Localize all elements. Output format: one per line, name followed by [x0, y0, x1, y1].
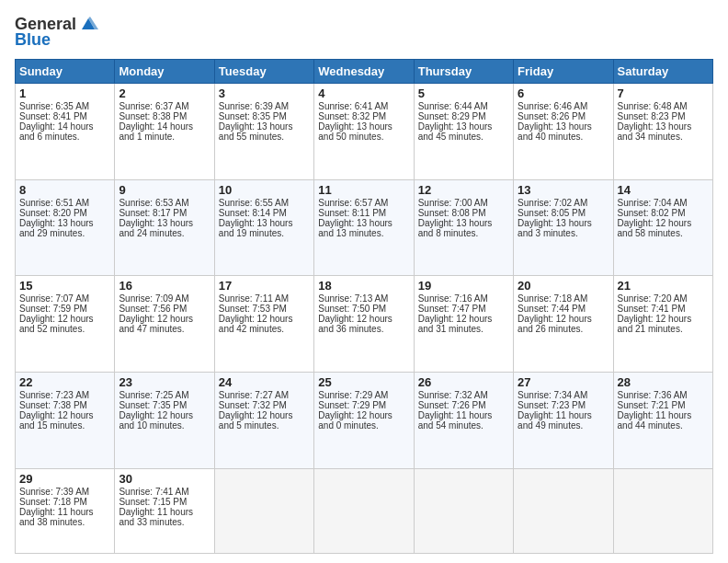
col-header-wednesday: Wednesday [314, 60, 414, 84]
day-number: 7 [618, 86, 709, 100]
week-row-2: 8Sunrise: 6:51 AMSunset: 8:20 PMDaylight… [16, 179, 713, 276]
day-number: 17 [219, 279, 310, 293]
day-number: 20 [518, 279, 609, 293]
daylight: Daylight: 11 hours and 38 minutes. [19, 507, 94, 527]
daylight: Daylight: 12 hours and 31 minutes. [418, 314, 493, 334]
sunset: Sunset: 7:53 PM [219, 304, 287, 314]
calendar-cell: 3Sunrise: 6:39 AMSunset: 8:35 PMDaylight… [214, 84, 313, 180]
day-number: 30 [119, 472, 210, 486]
day-number: 26 [418, 375, 509, 389]
sunset: Sunset: 8:11 PM [318, 208, 386, 218]
sunrise: Sunrise: 7:34 AM [518, 390, 587, 400]
day-number: 27 [518, 375, 609, 389]
calendar-table: SundayMondayTuesdayWednesdayThursdayFrid… [15, 59, 713, 554]
calendar-cell [613, 468, 712, 553]
logo: General Blue [15, 15, 98, 50]
daylight: Daylight: 13 hours and 40 minutes. [518, 121, 592, 142]
day-number: 23 [119, 375, 210, 389]
sunrise: Sunrise: 7:20 AM [618, 293, 688, 304]
calendar-cell: 8Sunrise: 6:51 AMSunset: 8:20 PMDaylight… [16, 179, 115, 276]
sunset: Sunset: 7:18 PM [19, 497, 87, 507]
day-number: 9 [119, 183, 210, 197]
sunset: Sunset: 8:29 PM [418, 111, 486, 121]
sunrise: Sunrise: 6:53 AM [119, 198, 188, 208]
sunrise: Sunrise: 7:02 AM [518, 198, 587, 208]
calendar-cell: 25Sunrise: 7:29 AMSunset: 7:29 PMDayligh… [314, 373, 414, 469]
calendar-cell: 7Sunrise: 6:48 AMSunset: 8:23 PMDaylight… [613, 84, 712, 180]
calendar-cell [414, 468, 513, 553]
daylight: Daylight: 12 hours and 15 minutes. [19, 410, 94, 431]
sunrise: Sunrise: 6:37 AM [119, 101, 188, 111]
sunset: Sunset: 8:08 PM [418, 208, 486, 218]
day-number: 24 [219, 375, 310, 389]
day-number: 29 [19, 472, 110, 486]
sunset: Sunset: 7:50 PM [318, 304, 386, 314]
sunrise: Sunrise: 7:11 AM [219, 293, 289, 304]
sunrise: Sunrise: 6:57 AM [318, 198, 388, 208]
sunrise: Sunrise: 7:23 AM [19, 390, 89, 400]
day-number: 18 [318, 279, 409, 293]
col-header-tuesday: Tuesday [214, 60, 313, 84]
sunrise: Sunrise: 6:51 AM [19, 198, 89, 208]
col-header-friday: Friday [514, 60, 613, 84]
sunrise: Sunrise: 6:39 AM [219, 101, 289, 111]
sunrise: Sunrise: 7:13 AM [318, 293, 388, 304]
sunset: Sunset: 8:32 PM [318, 111, 386, 121]
sunset: Sunset: 7:47 PM [418, 304, 486, 314]
day-number: 25 [318, 375, 409, 389]
sunset: Sunset: 8:02 PM [618, 208, 686, 218]
day-number: 16 [119, 279, 210, 293]
header: General Blue [15, 15, 713, 50]
daylight: Daylight: 14 hours and 1 minute. [119, 121, 193, 142]
day-number: 21 [618, 279, 709, 293]
daylight: Daylight: 14 hours and 6 minutes. [19, 121, 94, 142]
week-row-5: 29Sunrise: 7:39 AMSunset: 7:18 PMDayligh… [16, 468, 713, 553]
sunrise: Sunrise: 7:29 AM [318, 390, 388, 400]
sunset: Sunset: 8:38 PM [119, 111, 187, 121]
sunrise: Sunrise: 6:35 AM [19, 101, 89, 111]
daylight: Daylight: 12 hours and 10 minutes. [119, 410, 193, 431]
calendar-cell: 30Sunrise: 7:41 AMSunset: 7:15 PMDayligh… [115, 468, 214, 553]
daylight: Daylight: 12 hours and 5 minutes. [219, 410, 293, 431]
daylight: Daylight: 13 hours and 29 minutes. [19, 218, 94, 238]
calendar-cell [514, 468, 613, 553]
calendar-cell: 24Sunrise: 7:27 AMSunset: 7:32 PMDayligh… [214, 373, 313, 469]
daylight: Daylight: 12 hours and 36 minutes. [318, 314, 392, 334]
daylight: Daylight: 12 hours and 21 minutes. [618, 314, 692, 334]
calendar-cell: 26Sunrise: 7:32 AMSunset: 7:26 PMDayligh… [414, 373, 513, 469]
sunset: Sunset: 8:35 PM [219, 111, 287, 121]
calendar-cell: 1Sunrise: 6:35 AMSunset: 8:41 PMDaylight… [16, 84, 115, 180]
sunset: Sunset: 7:32 PM [219, 400, 287, 410]
logo-blue: Blue [15, 30, 51, 50]
sunrise: Sunrise: 6:44 AM [418, 101, 488, 111]
sunrise: Sunrise: 7:04 AM [618, 198, 688, 208]
daylight: Daylight: 11 hours and 54 minutes. [418, 410, 493, 431]
sunset: Sunset: 7:23 PM [518, 400, 586, 410]
daylight: Daylight: 13 hours and 13 minutes. [318, 218, 392, 238]
daylight: Daylight: 13 hours and 50 minutes. [318, 121, 392, 142]
col-header-monday: Monday [115, 60, 214, 84]
daylight: Daylight: 12 hours and 42 minutes. [219, 314, 293, 334]
col-header-saturday: Saturday [613, 60, 712, 84]
calendar-cell: 10Sunrise: 6:55 AMSunset: 8:14 PMDayligh… [214, 179, 313, 276]
day-number: 15 [19, 279, 110, 293]
calendar-cell: 4Sunrise: 6:41 AMSunset: 8:32 PMDaylight… [314, 84, 414, 180]
logo-icon [78, 17, 98, 33]
daylight: Daylight: 13 hours and 34 minutes. [618, 121, 692, 142]
calendar-cell: 15Sunrise: 7:07 AMSunset: 7:59 PMDayligh… [16, 276, 115, 373]
sunrise: Sunrise: 7:36 AM [618, 390, 688, 400]
sunset: Sunset: 7:29 PM [318, 400, 386, 410]
day-number: 2 [119, 86, 210, 100]
calendar-cell: 27Sunrise: 7:34 AMSunset: 7:23 PMDayligh… [514, 373, 613, 469]
calendar-cell: 9Sunrise: 6:53 AMSunset: 8:17 PMDaylight… [115, 179, 214, 276]
calendar-cell: 11Sunrise: 6:57 AMSunset: 8:11 PMDayligh… [314, 179, 414, 276]
week-row-4: 22Sunrise: 7:23 AMSunset: 7:38 PMDayligh… [16, 373, 713, 469]
sunset: Sunset: 7:21 PM [618, 400, 686, 410]
day-number: 4 [318, 86, 409, 100]
col-header-thursday: Thursday [414, 60, 513, 84]
sunrise: Sunrise: 7:07 AM [19, 293, 89, 304]
calendar-cell: 12Sunrise: 7:00 AMSunset: 8:08 PMDayligh… [414, 179, 513, 276]
sunrise: Sunrise: 7:41 AM [119, 487, 188, 497]
daylight: Daylight: 11 hours and 49 minutes. [518, 410, 592, 431]
day-number: 10 [219, 183, 310, 197]
